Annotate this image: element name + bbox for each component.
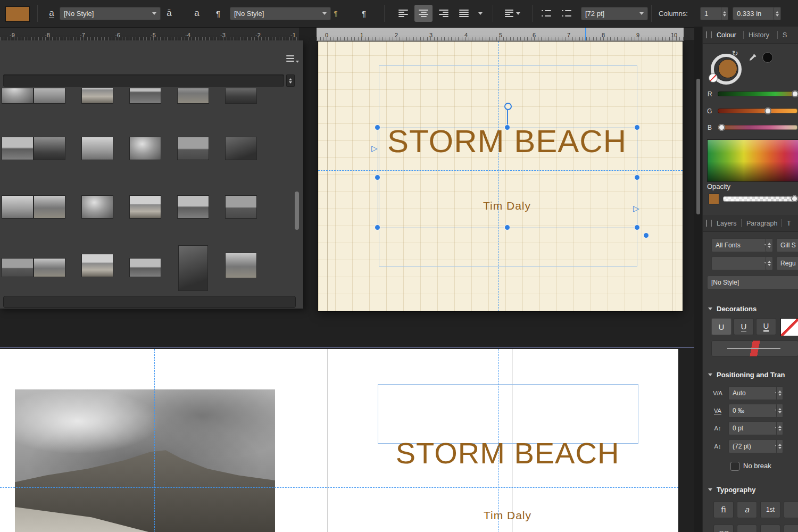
g-slider[interactable] — [718, 109, 797, 113]
title-frame-outline[interactable] — [378, 384, 638, 444]
align-left-button[interactable] — [394, 5, 412, 22]
current-colour-circle[interactable] — [718, 59, 737, 78]
text-style-dropdown[interactable]: [No Style] — [707, 276, 798, 289]
r-slider-handle[interactable] — [792, 90, 798, 97]
stock-thumbnail[interactable] — [82, 137, 113, 160]
frame-handle-bottom-left[interactable] — [375, 225, 380, 230]
stock-thumbnail[interactable] — [226, 253, 256, 278]
author-text[interactable]: Tim Daly — [379, 199, 635, 213]
frame-handle-mid-left[interactable] — [375, 175, 380, 180]
text-flow-out-icon[interactable]: ▷ — [633, 204, 639, 212]
leading-dropdown[interactable]: (72 pt) — [728, 439, 783, 453]
numbered-list-button[interactable] — [558, 5, 576, 22]
horizontal-ruler-left[interactable]: -9 -8 -7 -6 -5 -4 -3 -2 -1 — [0, 28, 299, 41]
no-break-checkbox[interactable] — [730, 462, 739, 471]
fractions-button[interactable] — [784, 501, 798, 518]
stock-thumbnail[interactable] — [82, 196, 113, 218]
baseline-dropdown[interactable]: 0 pt — [728, 421, 783, 435]
stylistic-set-button[interactable] — [737, 525, 757, 532]
character-style-dropdown[interactable]: [No Style] — [60, 7, 161, 20]
stock-thumbnail[interactable] — [34, 196, 65, 218]
special-characters-button[interactable]: ¶ — [326, 5, 346, 22]
kerning-stepper[interactable] — [776, 386, 783, 400]
font-weight-dropdown[interactable]: Regu — [776, 256, 798, 270]
opacity-swatch[interactable] — [709, 194, 719, 204]
stock-thumbnail[interactable] — [34, 88, 65, 103]
canvas-scrollbar[interactable] — [694, 27, 702, 532]
stock-thumbnail[interactable] — [226, 88, 256, 103]
stock-thumbnail[interactable] — [226, 196, 256, 218]
italic-variant-button[interactable]: a — [737, 501, 757, 518]
author-text[interactable]: Tim Daly — [379, 509, 636, 522]
frame-handle-top-left[interactable] — [375, 125, 380, 130]
page-bottom[interactable]: STORM BEACH Tim Daly — [0, 349, 678, 532]
frame-handle-top-center[interactable] — [505, 125, 510, 130]
alignment-more-dropdown[interactable] — [475, 5, 486, 22]
fill-colour-swatch[interactable] — [5, 6, 30, 22]
character-panel-button[interactable]: a — [187, 5, 206, 22]
stock-thumbnail[interactable] — [82, 254, 113, 277]
swap-colours-icon[interactable]: ↺ — [732, 49, 738, 57]
frame-link-handle[interactable] — [644, 233, 649, 238]
vertical-guide[interactable] — [498, 349, 499, 532]
opacity-slider-handle[interactable] — [791, 195, 798, 202]
stock-thumbnail[interactable] — [34, 137, 65, 160]
g-slider-handle[interactable] — [764, 107, 771, 114]
b-slider-handle[interactable] — [718, 124, 725, 131]
stroke-style-dropdown[interactable] — [711, 340, 798, 356]
tab-history[interactable]: History — [749, 27, 769, 43]
second-document-view[interactable]: STORM BEACH Tim Daly — [0, 347, 694, 532]
underline-single-button[interactable]: U — [734, 318, 754, 335]
stock-thumbnail[interactable] — [2, 259, 33, 277]
frame-handle-top-right[interactable] — [635, 125, 639, 130]
no-colour-swatch[interactable] — [709, 73, 718, 82]
positioning-header[interactable]: Positioning and Tran — [703, 368, 798, 381]
tab-layers[interactable]: Layers — [717, 215, 737, 231]
stock-thumbnail[interactable] — [178, 88, 209, 103]
r-slider[interactable] — [718, 92, 797, 96]
stock-thumbnail[interactable] — [2, 88, 33, 103]
tab-colour[interactable]: Colour — [717, 27, 736, 43]
typography-a-button[interactable]: ā — [160, 5, 179, 22]
frame-handle-bottom-right[interactable] — [635, 225, 639, 230]
horizontal-ruler-document[interactable]: 0 1 2 3 4 5 6 7 8 9 10 — [317, 28, 684, 41]
page-canvas[interactable]: STORM BEACH Tim Daly ▷ ▷ — [318, 41, 683, 311]
stock-thumbnail[interactable] — [2, 137, 33, 160]
text-flow-in-icon[interactable]: ▷ — [371, 144, 378, 152]
titling-button[interactable] — [784, 525, 798, 532]
underline-none-button[interactable]: U — [711, 318, 732, 335]
eyedropper-icon[interactable] — [749, 53, 757, 62]
stock-dropdown-stepper[interactable] — [286, 74, 295, 87]
font-stepper[interactable] — [766, 238, 773, 252]
frame-handle-mid-right[interactable] — [635, 175, 639, 180]
stock-thumbnail[interactable] — [226, 137, 256, 160]
underline-double-button[interactable]: U — [756, 318, 776, 335]
panel-grip-icon[interactable] — [706, 220, 712, 227]
align-right-button[interactable] — [435, 5, 453, 22]
baseline-stepper[interactable] — [776, 421, 783, 435]
beach-photo[interactable] — [15, 389, 275, 532]
font-size-dropdown[interactable]: [72 pt] — [581, 7, 648, 20]
decorations-header[interactable]: Decorations — [703, 302, 798, 315]
kerning-dropdown[interactable]: Auto — [728, 386, 783, 400]
stock-thumbnail[interactable] — [179, 246, 207, 290]
secondary-colour-circle[interactable] — [762, 52, 773, 63]
stock-search-dropdown[interactable] — [3, 74, 284, 87]
rotation-handle[interactable] — [504, 103, 512, 110]
ligatures-button[interactable]: fi — [713, 501, 734, 518]
font-variant-stepper[interactable] — [766, 256, 773, 270]
decoration-colour-none-swatch[interactable] — [780, 318, 798, 336]
stock-thumbnail[interactable] — [178, 137, 209, 160]
panel-menu-icon[interactable] — [286, 55, 294, 62]
stock-thumbnail[interactable] — [2, 196, 33, 218]
panel-scrollbar-thumb[interactable] — [295, 192, 299, 230]
leading-stepper[interactable] — [776, 439, 783, 453]
stock-thumbnail[interactable] — [34, 259, 65, 277]
font-variant-dropdown[interactable] — [711, 256, 772, 270]
canvas-scrollbar-thumb[interactable] — [696, 79, 700, 214]
stock-thumbnail[interactable] — [130, 259, 161, 277]
bullet-list-button[interactable] — [537, 5, 555, 22]
stock-thumbnail[interactable] — [130, 137, 161, 160]
swash-button[interactable] — [760, 525, 780, 532]
stock-thumbnail[interactable] — [130, 88, 161, 103]
